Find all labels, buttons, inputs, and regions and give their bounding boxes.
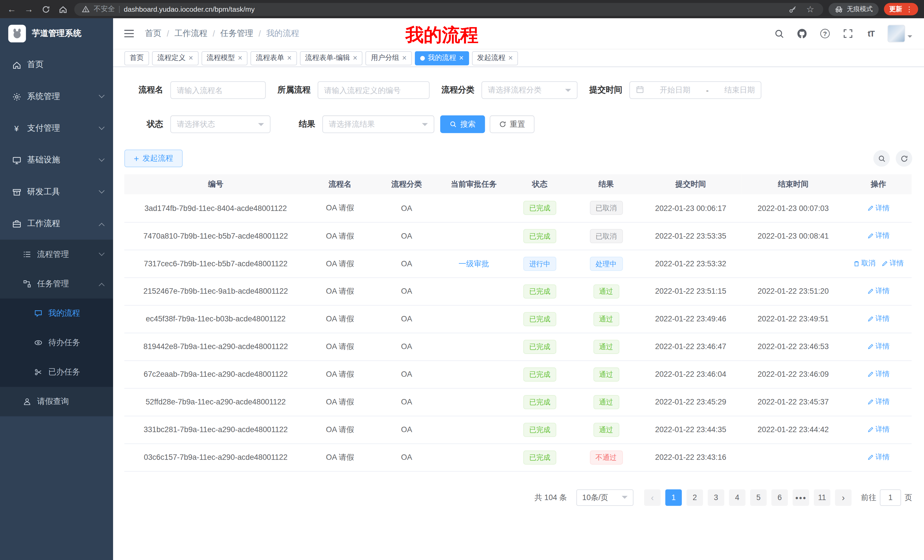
breadcrumb-task[interactable]: 任务管理 [220, 28, 253, 39]
sidebar-item-done-tasks[interactable]: 已办任务 [0, 357, 113, 387]
user-menu[interactable] [888, 25, 912, 42]
app-title: 芋道管理系统 [32, 28, 81, 39]
detail-link[interactable]: 详情 [867, 424, 890, 434]
page-button-11[interactable]: 11 [814, 489, 830, 506]
sidebar-item-devtools[interactable]: 研发工具 [0, 176, 113, 208]
font-size-icon[interactable]: tT [865, 27, 878, 40]
help-icon[interactable]: ? [819, 27, 831, 40]
url-text[interactable]: dashboard.yudao.iocoder.cn/bpm/task/my [124, 5, 782, 13]
detail-link[interactable]: 详情 [881, 259, 903, 269]
toggle-search-icon[interactable] [873, 150, 890, 167]
process-table: 编号 流程名 流程分类 当前审批任务 状态 结果 提交时间 结束时间 操作 [124, 174, 911, 472]
filter-label: 所属流程 [272, 85, 310, 95]
fullscreen-icon[interactable] [842, 27, 854, 40]
key-icon[interactable] [787, 3, 798, 15]
sidebar-item-infrastructure[interactable]: 基础设施 [0, 144, 113, 176]
date-end-placeholder[interactable]: 结束日期 [724, 85, 754, 95]
tab-user-group[interactable]: 用户分组 × [366, 51, 412, 65]
cell-name: OA 请假 [307, 250, 373, 277]
page-button-6[interactable]: 6 [771, 489, 788, 506]
close-icon[interactable]: × [459, 54, 464, 62]
sidebar-item-payment[interactable]: ¥ 支付管理 [0, 112, 113, 144]
detail-link[interactable]: 详情 [867, 369, 890, 379]
next-page-button[interactable]: › [835, 489, 852, 506]
sidebar-item-home[interactable]: 首页 [0, 49, 113, 81]
tab-process-model[interactable]: 流程模型 × [201, 51, 248, 65]
reset-button[interactable]: 重置 [490, 115, 534, 133]
col-status: 状态 [507, 174, 572, 195]
address-bar[interactable]: 不安全 dashboard.yudao.iocoder.cn/bpm/task/… [74, 3, 823, 15]
avatar[interactable] [888, 25, 905, 42]
cell-status: 已完成 [507, 195, 572, 222]
back-icon[interactable]: ← [6, 3, 18, 15]
main-area: 首页 / 工作流程 / 任务管理 / 我的流程 ? [113, 18, 924, 560]
cell-category: OA [373, 416, 440, 443]
sidebar-item-my-process[interactable]: 我的流程 [0, 298, 113, 328]
sidebar-item-label: 请假查询 [37, 396, 69, 407]
tab-home[interactable]: 首页 [124, 51, 149, 65]
process-name-input[interactable] [177, 85, 259, 94]
detail-link[interactable]: 详情 [867, 203, 890, 213]
result-select[interactable]: 请选择流结果 [322, 115, 434, 133]
tab-my-process[interactable]: 我的流程 × [415, 51, 469, 65]
detail-link[interactable]: 详情 [867, 397, 890, 407]
search-icon[interactable] [772, 27, 786, 40]
cell-category: OA [373, 195, 440, 222]
sidebar-item-leave-query[interactable]: 请假查询 [0, 387, 113, 416]
tab-process-form[interactable]: 流程表单 × [251, 51, 297, 65]
tab-process-form-edit[interactable]: 流程表单-编辑 × [300, 51, 363, 65]
sidebar-item-workflow[interactable]: 工作流程 [0, 208, 113, 240]
page-button-5[interactable]: 5 [750, 489, 766, 506]
browser-update-button[interactable]: 更新 ⋮ [884, 3, 918, 15]
create-process-button[interactable]: + 发起流程 [124, 150, 183, 167]
task-link[interactable]: 一级审批 [459, 259, 489, 268]
detail-link[interactable]: 详情 [867, 231, 890, 241]
close-icon[interactable]: × [508, 54, 513, 62]
process-id-input[interactable] [324, 85, 423, 94]
detail-link[interactable]: 详情 [867, 341, 890, 352]
chevron-down-icon [99, 156, 105, 161]
reload-icon[interactable] [40, 3, 52, 15]
close-icon[interactable]: × [353, 54, 357, 62]
github-icon[interactable] [795, 27, 808, 40]
forward-icon[interactable]: → [23, 3, 34, 15]
close-icon[interactable]: × [189, 54, 193, 62]
category-select[interactable]: 请选择流程分类 [482, 81, 578, 99]
browser-menu-icon[interactable]: ⋮ [906, 5, 913, 13]
home-icon[interactable] [57, 3, 69, 15]
detail-link[interactable]: 详情 [867, 286, 890, 296]
detail-link[interactable]: 详情 [867, 314, 890, 324]
result-badge: 通过 [593, 284, 619, 298]
detail-link[interactable]: 详情 [867, 452, 890, 462]
close-icon[interactable]: × [287, 54, 291, 62]
sidebar-toggle-icon[interactable] [123, 27, 135, 40]
search-button[interactable]: 搜索 [440, 115, 485, 133]
more-pages-button[interactable]: ●●● [793, 489, 809, 506]
sidebar-item-task-management[interactable]: 任务管理 [0, 269, 113, 298]
page-button-2[interactable]: 2 [686, 489, 703, 506]
page-button-1[interactable]: 1 [665, 489, 682, 506]
goto-page-input[interactable] [880, 489, 901, 506]
status-select[interactable]: 请选择状态 [170, 115, 270, 133]
page-button-4[interactable]: 4 [729, 489, 746, 506]
cell-submit-time: 2022-01-22 23:53:32 [640, 250, 741, 277]
close-icon[interactable]: × [238, 54, 242, 62]
close-icon[interactable]: × [402, 54, 406, 62]
refresh-icon[interactable] [896, 150, 912, 167]
tab-start-process[interactable]: 发起流程 × [472, 51, 518, 65]
sidebar-item-system[interactable]: 系统管理 [0, 81, 113, 112]
sidebar-item-process-management[interactable]: 流程管理 [0, 240, 113, 269]
sidebar-item-todo-tasks[interactable]: 待办任务 [0, 328, 113, 357]
prev-page-button[interactable]: ‹ [644, 489, 661, 506]
page-size-select[interactable]: 10条/页 [576, 489, 633, 506]
cell-result: 通过 [572, 277, 640, 305]
date-range-picker[interactable]: 开始日期 - 结束日期 [629, 81, 761, 99]
app-logo[interactable]: 芋道管理系统 [0, 18, 113, 49]
cancel-link[interactable]: 取消 [853, 259, 875, 269]
breadcrumb-workflow[interactable]: 工作流程 [174, 28, 208, 39]
page-button-3[interactable]: 3 [708, 489, 724, 506]
tab-process-definition[interactable]: 流程定义 × [152, 51, 198, 65]
breadcrumb-home[interactable]: 首页 [145, 28, 162, 39]
bookmark-star-icon[interactable]: ☆ [804, 3, 816, 15]
date-start-placeholder[interactable]: 开始日期 [660, 85, 690, 95]
